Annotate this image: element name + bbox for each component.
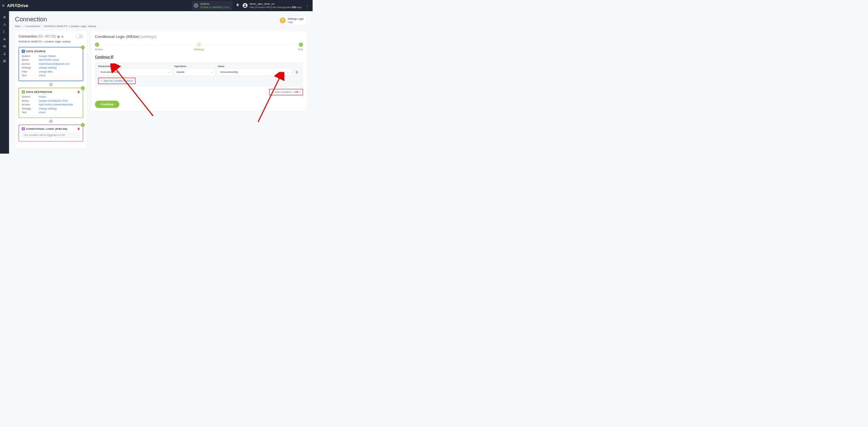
val-settings[interactable]: change settings xyxy=(39,66,57,69)
val-settings[interactable]: change settings xyxy=(39,107,57,110)
avatar-icon xyxy=(243,3,248,8)
card-data-source[interactable]: ✓ 1DATA SOURCE SystemGoogle Sheets Actio… xyxy=(19,47,83,81)
chevron-down-icon: ⌄ xyxy=(287,70,289,74)
add-and-label: Add the condition «And» xyxy=(104,79,133,82)
conn-subtitle: GOOGLE SHEETS -> (notion, logic, notion) xyxy=(19,40,83,43)
lbl-system: System xyxy=(22,55,36,58)
step-dot-settings[interactable] xyxy=(197,43,201,47)
connection-panel: Connection (ID: 48730) GOOGLE SHEETS -> … xyxy=(15,31,87,148)
check-icon: ✓ xyxy=(81,86,85,90)
lbl-filter: Filter xyxy=(22,70,36,73)
card-conditional-logic[interactable]: ✓ 3CONDITIONAL LOGIC (IF/ELSE)🗑 This con… xyxy=(19,125,83,142)
sidebar: $ xyxy=(0,0,9,154)
lbl-test: Test xyxy=(22,74,36,77)
sidebar-item-help[interactable] xyxy=(0,57,9,65)
val-system[interactable]: Notion xyxy=(39,95,46,98)
conn-id: (ID: 48730) xyxy=(38,35,56,39)
section-continue-if: Continue IF xyxy=(95,55,303,59)
add-or-suffix: » xyxy=(299,90,301,94)
user-menu[interactable]: demo_apix_drive_s3 Plan |Premium PRO| le… xyxy=(243,2,309,9)
lbl-action: Action xyxy=(22,58,36,61)
conn-title: Connection xyxy=(19,35,37,39)
logic-title: CONDITIONAL LOGIC (IF/ELSE) xyxy=(26,127,67,130)
actions-label: Actions: xyxy=(200,2,230,5)
connection-toggle[interactable] xyxy=(76,35,83,39)
lbl-settings: Settings xyxy=(22,107,36,110)
actions-of: of xyxy=(208,6,212,9)
help-widget[interactable]: ? Settings Logic Help xyxy=(280,16,307,25)
sidebar-item-video[interactable] xyxy=(0,43,9,50)
page-title: Connection xyxy=(15,16,96,23)
add-or-bold: OR xyxy=(294,90,298,94)
settings-panel: Conditional Logic (If/Else) (settings) ✓… xyxy=(91,31,307,111)
val-test[interactable]: check xyxy=(39,111,45,114)
actions-done: 22'064 xyxy=(200,6,209,9)
add-or-prefix: Add condition « xyxy=(275,90,294,94)
parameter-value: Execution result xyxy=(100,70,119,74)
val-access[interactable]: ApiX Notion (maverickandrii@ xyxy=(39,103,73,106)
lbl-settings: Settings xyxy=(22,66,36,69)
val-access[interactable]: maverickandrii@gmail.com xyxy=(39,62,70,65)
settings-title: Conditional Logic (If/Else) xyxy=(95,35,139,39)
chevron-down-icon[interactable]: ⌄ xyxy=(306,4,308,7)
sidebar-item-tools[interactable] xyxy=(0,35,9,43)
operation-value: equals xyxy=(177,70,184,74)
plan-prefix: Plan |Premium PRO| left until payment xyxy=(250,6,292,8)
breadcrumb-main[interactable]: Main xyxy=(15,25,21,28)
val-system[interactable]: Google Sheets xyxy=(39,55,56,58)
bell-icon[interactable] xyxy=(236,3,239,8)
plan-suffix: days xyxy=(296,6,302,8)
breadcrumb-connections[interactable]: Connections xyxy=(25,25,40,28)
value-value: Unsuccessfully xyxy=(220,70,238,74)
select-value[interactable]: Unsuccessfully⌄ xyxy=(218,69,291,76)
sidebar-item-account[interactable] xyxy=(0,50,9,58)
sidebar-item-home[interactable] xyxy=(0,14,9,21)
settings-subtitle: (settings) xyxy=(141,35,157,39)
plan-days: 253 xyxy=(292,6,296,8)
step-dot-action[interactable]: ✓ xyxy=(95,43,99,47)
topbar: ≡ APIXDrive i Actions: 22'064 of 100'000… xyxy=(0,0,313,11)
actions-counter[interactable]: i Actions: 22'064 of 100'000 (22%) xyxy=(192,1,233,10)
lbl-access: Access xyxy=(22,62,36,65)
dest-title: DATA DESTINATION xyxy=(26,90,52,94)
breadcrumb: Main / Connections / GOOGLE SHEETS -> (n… xyxy=(15,25,96,28)
val-test[interactable]: check xyxy=(39,74,45,77)
val-action[interactable]: Update DATABASE ITEM xyxy=(39,99,68,102)
help-link[interactable]: Help xyxy=(288,20,304,24)
logic-desc: This condition will be triggered if in t… xyxy=(22,132,80,138)
delete-condition-icon[interactable]: 🗑 xyxy=(294,69,300,76)
add-and-button[interactable]: ＋ Add the condition «And» xyxy=(98,78,135,84)
step-label-test: Test xyxy=(298,48,303,51)
logo[interactable]: APIXDrive xyxy=(7,3,28,8)
select-parameter[interactable]: Execution result⌄ xyxy=(98,69,172,76)
add-step-button[interactable]: + xyxy=(49,83,53,86)
val-action[interactable]: Get ROWS (new) xyxy=(39,58,59,61)
lbl-access: Access xyxy=(22,103,36,106)
actions-total: 100'000 xyxy=(212,6,221,9)
condition-block: Parameter Execution result⌄ Operation eq… xyxy=(95,62,303,87)
trash-icon[interactable]: 🗑 xyxy=(77,127,80,130)
add-step-button[interactable]: + xyxy=(49,119,53,123)
select-operation[interactable]: equals⌄ xyxy=(174,69,215,76)
copy-icon[interactable] xyxy=(57,35,60,38)
sidebar-item-billing[interactable]: $ xyxy=(0,28,9,36)
gear-icon[interactable] xyxy=(61,35,64,38)
content: Connection Main / Connections / GOOGLE S… xyxy=(9,11,313,154)
continue-button[interactable]: Continue xyxy=(95,101,119,108)
val-filter[interactable]: change filter xyxy=(39,70,53,73)
menu-toggle-icon[interactable]: ≡ xyxy=(2,3,4,8)
lbl-system: System xyxy=(22,95,36,98)
trash-icon[interactable]: 🗑 xyxy=(77,90,80,94)
info-icon: i xyxy=(194,3,198,8)
check-icon: ✓ xyxy=(81,123,85,127)
check-icon: ✓ xyxy=(81,45,85,49)
col-parameter: Parameter xyxy=(98,65,172,68)
username: demo_apix_drive_s3 xyxy=(250,2,302,5)
add-or-button[interactable]: ＋ Add condition «OR» xyxy=(269,89,303,95)
actions-pct: (22%) xyxy=(221,6,229,9)
breadcrumb-current: GOOGLE SHEETS -> (notion, logic, notion) xyxy=(44,25,96,28)
card-data-destination[interactable]: ✓ 2DATA DESTINATION🗑 SystemNotion Action… xyxy=(19,88,83,118)
sidebar-item-connections[interactable] xyxy=(0,21,9,28)
lbl-test: Test xyxy=(22,111,36,114)
step-dot-test[interactable]: ✓ xyxy=(299,43,303,47)
